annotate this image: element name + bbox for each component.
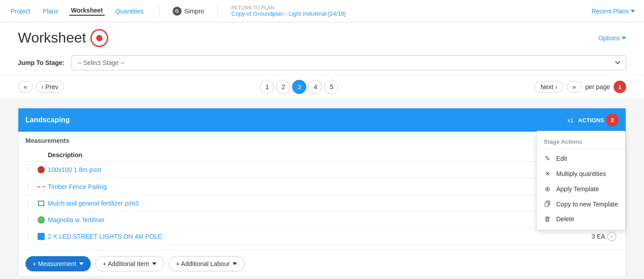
last-page-button[interactable]: » xyxy=(567,81,582,93)
apply-template-action[interactable]: ⊕ Apply Template xyxy=(537,181,625,197)
page-5[interactable]: 5 xyxy=(324,80,339,94)
item-icon xyxy=(34,201,48,206)
stage-footer: + Measurement + Additional Item + Additi… xyxy=(18,250,626,277)
drag-handle[interactable]: ⋮ xyxy=(25,184,34,190)
table-row: ⋮ 100x100 1.8m post › xyxy=(25,162,619,178)
edit-action[interactable]: ✎ Edit xyxy=(537,151,625,166)
drag-handle[interactable]: ⋮ xyxy=(25,167,34,173)
drag-handle[interactable]: ⋮ xyxy=(25,200,34,206)
stage-actions-area: x1 ACTIONS 2 xyxy=(568,114,619,126)
copy-template-action[interactable]: 🗍 Copy to new Template xyxy=(537,197,625,211)
table-row: ⋮ Magnolia w. fertiliser › xyxy=(25,212,619,228)
jump-stage-label: Jump To Stage: xyxy=(18,59,64,66)
description-col-header: Description xyxy=(48,151,569,159)
per-page-label: per page xyxy=(585,83,610,90)
prev-button[interactable]: ‹ Prev xyxy=(36,81,64,93)
first-page-button[interactable]: « xyxy=(18,81,33,93)
globe-green-icon xyxy=(38,216,45,223)
add-measurement-button[interactable]: + Measurement xyxy=(25,256,91,271)
stage-title: Landscaping xyxy=(25,116,70,124)
measurements-section: Measurements Description ⋮ 100x100 1.8m … xyxy=(18,132,626,250)
expand-button[interactable]: › xyxy=(605,232,619,241)
pagination-row: « ‹ Prev 1 2 3 4 5 Next › » per page 1 xyxy=(0,75,644,99)
chevron-down-icon xyxy=(79,262,84,265)
nav-project[interactable]: Project xyxy=(9,8,32,15)
page-title: Worksheet xyxy=(18,30,86,46)
additional-labour-button[interactable]: + Additional Labour xyxy=(169,256,245,271)
item-icon xyxy=(34,166,48,173)
measurements-title: Measurements xyxy=(25,137,619,144)
item-icon xyxy=(34,233,48,240)
page-title-area: Worksheet xyxy=(18,30,107,46)
multiply-icon: ✕ xyxy=(544,170,552,178)
item-qty: 3 EA xyxy=(569,233,605,240)
dash-icon: - - xyxy=(38,182,45,191)
drag-handle[interactable]: ⋮ xyxy=(25,233,34,240)
multiply-action[interactable]: ✕ Multiply quantities xyxy=(537,166,625,181)
table-row: ⋮ - - Timber Fence Pailing › xyxy=(25,178,619,195)
pagination-right: Next › » per page 1 xyxy=(534,81,626,93)
blue-square-icon xyxy=(38,233,45,240)
item-name[interactable]: Timber Fence Pailing xyxy=(48,183,569,190)
x1-label: x1 xyxy=(568,117,574,124)
apply-icon: ⊕ xyxy=(544,185,552,193)
page-4[interactable]: 4 xyxy=(308,80,322,94)
nav-quantities[interactable]: Quantities xyxy=(114,8,145,15)
return-label: RETURN TO PLAN xyxy=(231,5,346,10)
actions-badge: 2 xyxy=(606,114,619,126)
table-row: ⋮ 2 X LED STREET LIGHTS ON 4M POLE 3 EA … xyxy=(25,228,619,245)
dot-red-icon xyxy=(38,166,45,173)
page-2[interactable]: 2 xyxy=(276,80,290,94)
item-name[interactable]: 100x100 1.8m post xyxy=(48,166,569,173)
chevron-down-icon xyxy=(631,10,635,13)
nav-divider xyxy=(159,4,159,18)
delete-icon: 🗑 xyxy=(544,215,552,223)
per-page-badge: 1 xyxy=(614,81,626,93)
dropdown-header: Stage Actions xyxy=(537,135,625,149)
stage-header: Landscaping x1 ACTIONS 2 Stage Actions ✎… xyxy=(18,108,626,132)
rect-outline-icon xyxy=(38,201,44,206)
return-to-plan[interactable]: RETURN TO PLAN Copy of Groundplan - Ligh… xyxy=(231,5,346,17)
chevron-down-icon xyxy=(233,262,237,265)
options-button[interactable]: Options xyxy=(598,34,626,42)
edit-icon: ✎ xyxy=(544,155,552,163)
main-content: Landscaping x1 ACTIONS 2 Stage Actions ✎… xyxy=(0,99,644,279)
page-1[interactable]: 1 xyxy=(260,80,274,94)
jump-to-stage-row: Jump To Stage: -- Select Stage -- xyxy=(0,51,644,75)
page-numbers: 1 2 3 4 5 xyxy=(260,80,339,94)
next-button[interactable]: Next › xyxy=(534,81,563,93)
actions-label: ACTIONS xyxy=(578,117,605,124)
simpro-link[interactable]: ⚙ Simpro xyxy=(173,7,204,16)
expand-icon[interactable]: › xyxy=(607,232,616,241)
delete-action[interactable]: 🗑 Delete xyxy=(537,211,625,226)
item-name[interactable]: 2 X LED STREET LIGHTS ON 4M POLE xyxy=(48,233,569,240)
simpro-label: Simpro xyxy=(184,8,204,15)
stage-actions-dropdown: Stage Actions ✎ Edit ✕ Multiply quantiti… xyxy=(536,131,626,230)
page-3[interactable]: 3 xyxy=(292,80,306,94)
chevron-down-icon xyxy=(152,262,157,265)
actions-button[interactable]: ACTIONS 2 xyxy=(578,114,619,126)
additional-item-button[interactable]: + Additional Item xyxy=(95,256,164,271)
record-icon xyxy=(91,30,107,46)
stage-card: Landscaping x1 ACTIONS 2 Stage Actions ✎… xyxy=(18,108,626,277)
stage-select[interactable]: -- Select Stage -- xyxy=(72,55,626,70)
nav-links: Project Plans Worksheet Quantities ⚙ Sim… xyxy=(9,4,346,18)
nav-right: Recent Plans xyxy=(592,8,635,15)
top-navigation: Project Plans Worksheet Quantities ⚙ Sim… xyxy=(0,0,644,22)
item-name[interactable]: Magnolia w. fertiliser xyxy=(48,216,569,223)
item-icon: - - xyxy=(34,182,48,191)
item-name[interactable]: Mulch and general fertilizer p/m3 xyxy=(48,200,569,207)
nav-worksheet[interactable]: Worksheet xyxy=(69,7,105,16)
chevron-down-icon xyxy=(622,37,626,39)
table-header: Description xyxy=(25,149,619,162)
table-row: ⋮ Mulch and general fertilizer p/m3 › xyxy=(25,195,619,212)
drag-handle[interactable]: ⋮ xyxy=(25,217,34,223)
recent-plans-button[interactable]: Recent Plans xyxy=(592,8,635,15)
page-header: Worksheet Options xyxy=(0,22,644,51)
nav-divider-2 xyxy=(217,4,218,18)
nav-plans[interactable]: Plans xyxy=(41,8,60,15)
item-icon xyxy=(34,216,48,223)
copy-icon: 🗍 xyxy=(544,200,552,208)
plan-name-link[interactable]: Copy of Groundplan - Light Industrial [1… xyxy=(231,10,346,17)
gear-icon: ⚙ xyxy=(173,7,182,16)
